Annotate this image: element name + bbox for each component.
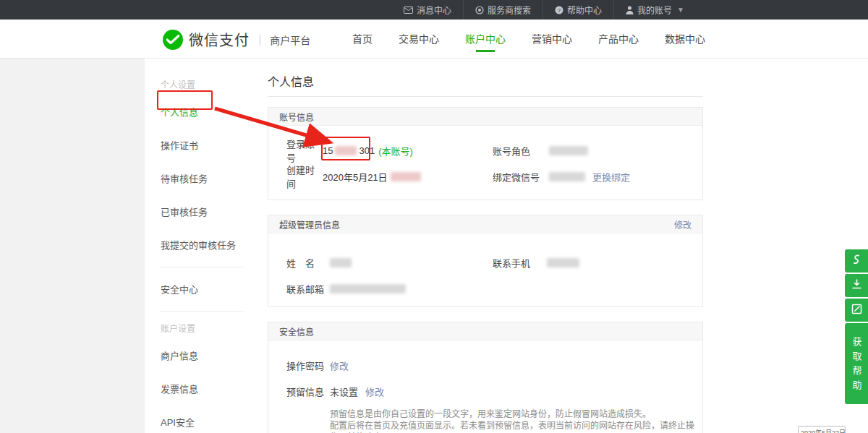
security-row-2: 预留信息 未设置 修改 [268, 378, 702, 404]
sidebar-divider [161, 267, 244, 267]
edit-admin-link[interactable]: 修改 [674, 218, 692, 231]
account-info-panel: 账号信息 登录账号 15 301 (本账号) 账号角色 创建时间 2 [268, 107, 703, 200]
account-row-1: 登录账号 15 301 (本账号) 账号角色 [268, 137, 702, 163]
nav-item-marketing-center[interactable]: 营销中心 [525, 20, 579, 59]
sidebar-item-pending-review-tasks[interactable]: 待审核任务 [161, 167, 250, 189]
sidebar-item-invoice-info[interactable]: 发票信息 [161, 377, 250, 400]
account-role-label: 账号角色 [493, 144, 549, 158]
brand-portal-label: 商户平台 [270, 33, 310, 47]
topbar-item-help-center[interactable]: ? 帮助中心 [542, 0, 613, 20]
date-tooltip: 2020年5月22日 [798, 426, 846, 433]
admin-name-field: 姓 名 [286, 256, 493, 270]
admin-email-label: 联系邮箱 [286, 282, 330, 296]
topbar-menu: 消息中心 服务商搜索 ? 帮助中心 我的账号 ▼ [392, 0, 696, 20]
topbar-item-label: 消息中心 [417, 4, 451, 16]
super-admin-panel-header: 超级管理员信息 修改 [268, 215, 702, 233]
topbar: 消息中心 服务商搜索 ? 帮助中心 我的账号 ▼ [0, 0, 868, 20]
sidebar-item-my-submitted-review-tasks[interactable]: 我提交的审核任务 [161, 233, 250, 256]
nav-item-home[interactable]: 首页 [346, 20, 379, 59]
nav-item-product-center[interactable]: 产品中心 [592, 20, 645, 59]
nav-item-transaction-center[interactable]: 交易中心 [392, 20, 446, 59]
help-icon: ? [555, 6, 563, 14]
topbar-item-messages[interactable]: 消息中心 [392, 0, 463, 20]
sidebar-divider [161, 311, 244, 312]
redacted-wechat-id [549, 172, 585, 181]
account-row-2: 创建时间 2020年5月21日 绑定微信号 更换绑定 [268, 163, 702, 189]
link-icon [851, 254, 861, 268]
section-title: 超级管理员信息 [279, 218, 340, 231]
search-icon [475, 6, 484, 14]
security-info-panel-header: 安全信息 [268, 322, 702, 340]
brand-name: 微信支付 [189, 29, 250, 50]
reserved-info-value: 未设置 [330, 385, 358, 398]
security-info-panel: 安全信息 操作密码 修改 预留信息 未设置 修改 预留信息是由你自己设置的一段文… [268, 322, 703, 433]
svg-text:?: ? [558, 7, 561, 14]
created-date: 2020年5月21日 [323, 170, 388, 184]
bound-wechat-label: 绑定微信号 [493, 170, 549, 184]
security-row-1: 操作密码 修改 [268, 352, 702, 378]
sidebar-item-reviewed-tasks[interactable]: 已审核任务 [161, 200, 250, 223]
wechat-pay-logo-icon [163, 30, 183, 50]
main-content: 个人信息 账号信息 登录账号 15 301 (本账号) 账号角色 [250, 59, 868, 433]
section-title: 安全信息 [279, 325, 314, 338]
edit-password-link[interactable]: 修改 [330, 359, 349, 372]
account-role-field: 账号角色 [493, 144, 588, 158]
edit-icon [851, 304, 862, 317]
admin-row-2: 联系邮箱 [268, 275, 702, 301]
sidebar-item-personal-info[interactable]: 个人信息 [161, 100, 250, 123]
topbar-item-my-account[interactable]: 我的账号 ▼ [613, 0, 696, 20]
account-info-panel-header: 账号信息 [268, 108, 702, 126]
created-time-field: 创建时间 2020年5月21日 [286, 163, 493, 190]
note-line: 预留信息是由你自己设置的一段文字，用来鉴定网站身份，防止假冒网站造成损失。 [330, 408, 702, 420]
nav-item-data-center[interactable]: 数据中心 [658, 20, 712, 59]
created-time-label: 创建时间 [286, 163, 323, 190]
created-time-value: 2020年5月21日 [323, 170, 421, 184]
login-account-field: 登录账号 15 301 (本账号) [286, 137, 493, 164]
login-account-prefix: 15 [323, 145, 333, 156]
chevron-down-icon: ▼ [677, 6, 684, 14]
sidebar-item-merchant-info[interactable]: 商户信息 [161, 344, 250, 366]
header: 微信支付 | 商户平台 首页 交易中心 账户中心 营销中心 产品中心 数据中心 [0, 20, 868, 59]
admin-email-field: 联系邮箱 [286, 282, 493, 296]
reserved-info-field: 预留信息 未设置 修改 [286, 385, 384, 398]
redacted-admin-phone [547, 258, 579, 267]
feedback-button[interactable] [845, 299, 868, 322]
topbar-item-label: 服务商搜索 [488, 4, 531, 16]
login-account-value: 15 301 (本账号) [323, 144, 413, 158]
topbar-item-label: 帮助中心 [567, 4, 602, 16]
login-account-label: 登录账号 [286, 137, 323, 164]
redacted-login-middle [335, 146, 357, 155]
user-icon [626, 6, 634, 14]
rebind-link[interactable]: 更换绑定 [592, 170, 630, 184]
note-line: 配置后将在首页及充值页面显示。若未看到预留信息，表明当前访问的网站存在风险，请终… [330, 420, 702, 433]
reserved-info-notes: 预留信息是由你自己设置的一段文字，用来鉴定网站身份，防止假冒网站造成损失。 配置… [268, 408, 702, 433]
get-help-button[interactable]: 获取帮助 [845, 323, 868, 404]
brand: 微信支付 | 商户平台 [163, 29, 310, 50]
section-title: 账号信息 [279, 111, 314, 123]
left-gutter [0, 59, 145, 433]
link-button[interactable] [845, 249, 868, 273]
topbar-item-provider-search[interactable]: 服务商搜索 [463, 0, 542, 20]
sidebar-group-account-settings: 账户设置 [161, 322, 250, 334]
main-nav: 首页 交易中心 账户中心 营销中心 产品中心 数据中心 [333, 20, 712, 59]
current-account-tag: (本账号) [378, 144, 413, 158]
floating-action-bar: 获取帮助 [845, 249, 868, 404]
admin-phone-field: 联系手机 [493, 256, 579, 270]
operation-password-label: 操作密码 [286, 359, 330, 372]
admin-phone-label: 联系手机 [493, 256, 547, 270]
edit-reserved-info-link[interactable]: 修改 [365, 385, 384, 398]
download-button[interactable] [845, 274, 868, 297]
sidebar-item-api-security[interactable]: API安全 [161, 411, 250, 433]
redacted-account-role [549, 146, 588, 155]
redacted-admin-email [330, 284, 406, 293]
reserved-info-label: 预留信息 [286, 385, 330, 398]
sidebar-item-security-center[interactable]: 安全中心 [161, 278, 250, 300]
brand-separator: | [258, 33, 261, 46]
download-icon [851, 278, 862, 293]
super-admin-panel: 超级管理员信息 修改 姓 名 联系手机 联系邮箱 [268, 215, 703, 307]
bound-wechat-field: 绑定微信号 更换绑定 [493, 170, 630, 184]
nav-item-account-center[interactable]: 账户中心 [459, 20, 512, 59]
sidebar-group-personal-settings: 个人设置 [161, 78, 250, 90]
sidebar-item-operation-certificate[interactable]: 操作证书 [161, 134, 250, 156]
sidebar: 个人设置 个人信息 操作证书 待审核任务 已审核任务 我提交的审核任务 安全中心… [145, 59, 250, 433]
